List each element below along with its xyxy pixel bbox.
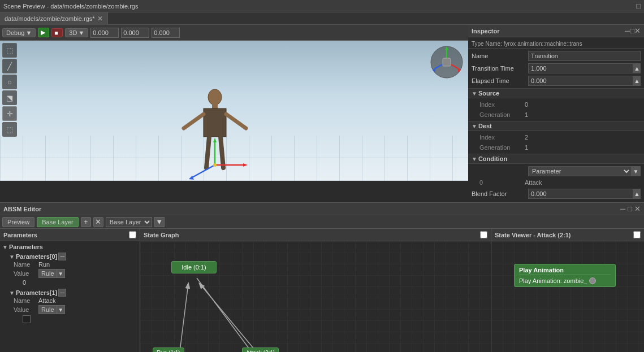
inspector-transition-time-label: Transition Time [472,65,528,72]
params-item-1: ▼ Parameters[1] ─ Name Attack Value Rule [0,288,140,325]
svg-rect-21 [443,58,451,66]
inspector-condition-type-select[interactable]: Parameter [528,166,632,176]
state-viewer-body[interactable]: Play Animation Play Animation: zombie_ [491,241,644,352]
play-anim-label: Play Animation: zombie_ [519,277,587,284]
absm-base-layer-tab[interactable]: Base Layer [37,217,79,227]
select-tool-btn[interactable]: ⬚ [2,43,17,58]
svg-line-6 [221,137,223,168]
dest-expand-icon[interactable]: ▼ [472,123,477,129]
svg-marker-12 [213,138,217,142]
inspector-title: Inspector [472,28,625,34]
inspector-elapsed-time-input[interactable] [528,76,633,86]
play-anim-node-row: Play Animation: zombie_ [519,277,611,284]
scene-preview-close-btn[interactable]: □ [636,2,641,10]
stop-btn[interactable]: ■ [51,28,63,37]
inspector-transition-time-scroll[interactable]: ▲ [633,63,641,73]
params-item-1-color-swatch[interactable] [23,315,31,323]
params-item-0-label: Parameters[0] [16,253,57,260]
inspector-name-value: Transition [528,51,641,61]
params-section-expand-icon[interactable]: ▼ [2,244,8,250]
play-anim-node[interactable]: Play Animation Play Animation: zombie_ [514,264,616,287]
coord-z-input[interactable] [152,28,180,38]
inspector-source-section: ▼ Source [468,88,644,98]
inspector-transition-time-input[interactable] [528,63,633,73]
scale-tool-btn[interactable]: ⬔ [2,90,17,105]
inspector-condition-section: ▼ Condition [468,154,644,164]
file-tab-bar: data/models/zombie/zombie.rgs* ✕ [0,12,644,25]
file-tab[interactable]: data/models/zombie/zombie.rgs* ✕ [0,12,108,25]
absm-close-btn[interactable]: ✕ [634,205,641,213]
params-item-1-value-row: Value Rule ▼ [9,305,135,315]
state-viewer-header: State Viewer - Attack (2:1) [491,229,644,241]
params-item-0-remove-btn[interactable]: ─ [58,253,66,260]
params-item-1-remove-btn[interactable]: ─ [58,289,66,297]
play-btn[interactable]: ▶ [38,28,49,37]
inspector-blend-factor-scroll[interactable]: ▲ [633,189,641,199]
debug-dropdown-btn[interactable]: Debug ▼ [2,28,36,37]
params-header-title: Parameters [3,232,127,238]
zombie-figure [181,86,249,181]
inspector-body: Type Name: fyrox animation::machine::tra… [468,37,644,202]
inspector-condition-arrow[interactable]: ▼ [632,166,641,176]
svg-line-3 [184,114,204,128]
inspector-dest-index-row: Index 2 [468,132,644,142]
absm-max-btn[interactable]: □ [628,205,632,213]
transition-arrows-svg [140,241,491,352]
source-expand-icon[interactable]: ▼ [472,90,477,97]
params-item-0-name-label: Name [14,261,36,268]
inspector-type-name: Type Name: fyrox animation::machine::tra… [468,40,644,49]
params-item-0-header: ▼ Parameters[0] ─ [9,253,135,260]
svg-line-4 [226,114,246,128]
svg-rect-1 [212,104,218,108]
state-node-idle[interactable]: Idle (0:1) [171,261,217,273]
state-node-run[interactable]: Run (1:1) [153,347,184,352]
inspector-elapsed-time-value-wrap: ▲ [528,76,641,86]
params-item-0-rule-btn[interactable]: Rule [38,269,57,278]
params-panel: Parameters ▼ Parameters ▼ Parameters[0] [0,229,140,352]
absm-min-btn[interactable]: ─ [620,205,625,213]
state-node-attack[interactable]: Attack (2:1) [242,347,279,352]
inspector-name-label: Name [472,53,528,59]
params-item-0-value-label: Value [14,270,36,277]
inspector-dest-index-label: Index [479,134,525,141]
params-visibility-checkbox[interactable] [129,231,136,238]
scene-viewport[interactable]: ⬚ ╱ ○ ⬔ ✛ ⬚ [0,41,468,181]
inspector-max-btn[interactable]: □ [630,27,634,35]
params-item-1-name-value: Attack [38,297,56,304]
transform-tool-btn[interactable]: ✛ [2,106,17,121]
params-item-1-rule-arrow[interactable]: ▼ [57,305,65,314]
move-tool-btn[interactable]: ╱ [2,59,17,73]
params-item-1-rule-btn[interactable]: Rule [38,305,57,314]
coord-y-input[interactable] [121,28,149,38]
coord-x-input[interactable] [90,28,119,38]
3d-mode-btn[interactable]: 3D ▼ [65,28,88,37]
file-tab-close-btn[interactable]: ✕ [97,15,103,23]
params-item-0-zero-value: 0 [9,279,135,286]
absm-remove-layer-btn[interactable]: ✕ [93,217,103,227]
inspector-blend-factor-input[interactable] [528,189,633,199]
inspector-close-btn[interactable]: ✕ [634,27,641,35]
params-item-1-label: Parameters[1] [16,289,57,296]
absm-add-layer-btn[interactable]: + [81,217,91,227]
state-graph-visibility-checkbox[interactable] [480,231,487,238]
params-item-0-expand-icon[interactable]: ▼ [9,254,15,260]
params-item-1-expand-icon[interactable]: ▼ [9,290,15,296]
play-anim-dot [589,277,596,284]
condition-expand-icon[interactable]: ▼ [472,156,477,162]
inspector-source-gen-row: Generation 1 [468,110,644,120]
state-viewer-visibility-checkbox[interactable] [633,231,641,238]
layer-filter-btn[interactable]: ▼ [154,217,165,227]
inspector-blend-factor-row: Blend Factor ▲ [468,188,644,200]
layer-select[interactable]: Base Layer [106,217,152,227]
state-graph-body[interactable]: Idle (0:1) Run (1:1) Attack (2:1) [140,241,491,352]
svg-point-0 [208,89,222,105]
extra-tool-btn[interactable]: ⬚ [2,122,17,137]
inspector-panel: Inspector ─ □ ✕ Type Name: fyrox animati… [468,25,644,202]
absm-preview-tab[interactable]: Preview [2,217,34,227]
inspector-source-index-label: Index [479,101,525,108]
svg-line-9 [192,165,215,177]
rotate-tool-btn[interactable]: ○ [2,75,17,89]
params-item-0-rule-arrow[interactable]: ▼ [57,269,65,278]
inspector-elapsed-time-scroll[interactable]: ▲ [633,76,641,86]
inspector-min-btn[interactable]: ─ [625,27,630,35]
